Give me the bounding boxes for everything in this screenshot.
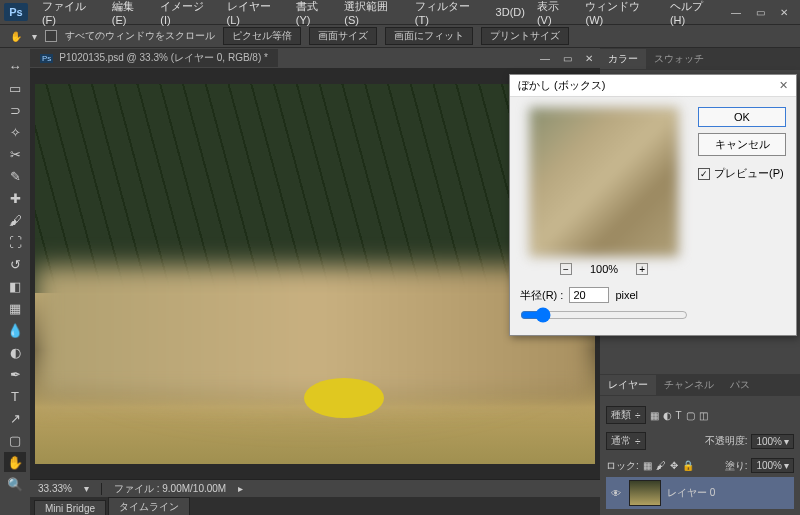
visibility-icon[interactable]: 👁 — [609, 488, 623, 499]
maximize-icon[interactable]: ▭ — [748, 4, 772, 20]
print-size-button[interactable]: プリントサイズ — [481, 27, 569, 45]
paths-tab[interactable]: パス — [722, 375, 758, 395]
status-bar: 33.33% ▾ ファイル : 9.00M/10.00M ▸ — [30, 479, 600, 497]
box-blur-dialog: ぼかし (ボックス) ✕ − 100% + 半径(R) : pixel OK キ… — [509, 74, 797, 336]
close-icon[interactable]: ✕ — [772, 4, 796, 20]
lock-paint-icon[interactable]: 🖌 — [656, 460, 666, 471]
menu-filter[interactable]: フィルター(T) — [409, 0, 490, 26]
filter-smart-icon[interactable]: ◫ — [699, 410, 708, 421]
color-tab[interactable]: カラー — [600, 49, 646, 69]
brush-tool-icon[interactable]: 🖌 — [4, 210, 26, 230]
radius-slider[interactable] — [520, 307, 688, 323]
doc-maximize-icon[interactable]: ▭ — [556, 49, 578, 67]
menu-help[interactable]: ヘルプ(H) — [664, 0, 724, 26]
doc-close-icon[interactable]: ✕ — [578, 49, 600, 67]
preview-zoom: 100% — [590, 263, 618, 275]
blur-tool-icon[interactable]: 💧 — [4, 320, 26, 340]
opacity-label: 不透明度: — [705, 434, 748, 448]
ok-button[interactable]: OK — [698, 107, 786, 127]
layer-name[interactable]: レイヤー 0 — [667, 486, 715, 500]
path-tool-icon[interactable]: ↗ — [4, 408, 26, 428]
stamp-tool-icon[interactable]: ⛶ — [4, 232, 26, 252]
layer-thumbnail[interactable] — [629, 480, 661, 506]
opacity-field[interactable]: 100% ▾ — [751, 434, 794, 449]
radius-label: 半径(R) : — [520, 288, 563, 303]
crop-tool-icon[interactable]: ✂ — [4, 144, 26, 164]
layer-filter-kind[interactable]: 種類 ÷ — [606, 406, 646, 424]
document-title: P1020135.psd @ 33.3% (レイヤー 0, RGB/8) * — [59, 51, 268, 65]
dialog-title: ぼかし (ボックス) — [518, 78, 605, 93]
layers-panel: 種類 ÷ ▦ ◐ T ▢ ◫ 通常 ÷ 不透明度: 100% ▾ ロック: ▦ … — [600, 396, 800, 515]
ps-file-icon: Ps — [40, 54, 53, 63]
fill-screen-button[interactable]: 画面にフィット — [385, 27, 473, 45]
document-tab[interactable]: Ps P1020135.psd @ 33.3% (レイヤー 0, RGB/8) … — [30, 49, 278, 67]
menu-layer[interactable]: レイヤー(L) — [221, 0, 290, 26]
dodge-tool-icon[interactable]: ◐ — [4, 342, 26, 362]
eyedropper-tool-icon[interactable]: ✎ — [4, 166, 26, 186]
menu-window[interactable]: ウィンドウ(W) — [579, 0, 663, 26]
shape-tool-icon[interactable]: ▢ — [4, 430, 26, 450]
menu-select[interactable]: 選択範囲(S) — [338, 0, 408, 26]
radius-input[interactable] — [569, 287, 609, 303]
channels-tab[interactable]: チャンネル — [656, 375, 722, 395]
app-logo: Ps — [4, 3, 28, 21]
type-tool-icon[interactable]: T — [4, 386, 26, 406]
eraser-tool-icon[interactable]: ◧ — [4, 276, 26, 296]
preview-label: プレビュー(P) — [714, 166, 784, 181]
toolbox: ↔ ▭ ⊃ ✧ ✂ ✎ ✚ 🖌 ⛶ ↺ ◧ ▦ 💧 ◐ ✒ T ↗ ▢ ✋ 🔍 — [0, 48, 30, 515]
zoom-out-icon[interactable]: − — [560, 263, 572, 275]
actual-pixels-button[interactable]: ピクセル等倍 — [223, 27, 301, 45]
lock-label: ロック: — [606, 459, 639, 473]
hand-tool-icon[interactable]: ✋ — [8, 28, 24, 44]
pen-tool-icon[interactable]: ✒ — [4, 364, 26, 384]
history-brush-icon[interactable]: ↺ — [4, 254, 26, 274]
minimize-icon[interactable]: — — [724, 4, 748, 20]
menu-file[interactable]: ファイル(F) — [36, 0, 106, 26]
filter-shape-icon[interactable]: ▢ — [686, 410, 695, 421]
doc-minimize-icon[interactable]: — — [534, 49, 556, 67]
wand-tool-icon[interactable]: ✧ — [4, 122, 26, 142]
filter-pixel-icon[interactable]: ▦ — [650, 410, 659, 421]
fit-screen-button[interactable]: 画面サイズ — [309, 27, 377, 45]
zoom-in-icon[interactable]: + — [636, 263, 648, 275]
options-bar: ✋ ▾ すべてのウィンドウをスクロール ピクセル等倍 画面サイズ 画面にフィット… — [0, 24, 800, 48]
filter-type-icon[interactable]: T — [676, 410, 682, 421]
cancel-button[interactable]: キャンセル — [698, 133, 786, 156]
lock-all-icon[interactable]: 🔒 — [682, 460, 694, 471]
move-tool-icon[interactable]: ↔ — [4, 56, 26, 76]
menu-type[interactable]: 書式(Y) — [290, 0, 339, 26]
filter-preview[interactable] — [529, 107, 679, 257]
lock-position-icon[interactable]: ✥ — [670, 460, 678, 471]
timeline-tab[interactable]: タイムライン — [108, 497, 190, 515]
menu-image[interactable]: イメージ(I) — [154, 0, 220, 26]
lock-transparency-icon[interactable]: ▦ — [643, 460, 652, 471]
marquee-tool-icon[interactable]: ▭ — [4, 78, 26, 98]
zoom-tool-icon[interactable]: 🔍 — [4, 474, 26, 494]
file-size: ファイル : 9.00M/10.00M — [114, 482, 226, 496]
zoom-level[interactable]: 33.33% — [38, 483, 72, 494]
scroll-all-checkbox[interactable] — [45, 30, 57, 42]
menu-bar: Ps ファイル(F) 編集(E) イメージ(I) レイヤー(L) 書式(Y) 選… — [0, 0, 800, 24]
radius-unit: pixel — [615, 289, 638, 301]
dialog-close-icon[interactable]: ✕ — [779, 79, 788, 92]
preview-checkbox[interactable]: ✓ — [698, 168, 710, 180]
fill-field[interactable]: 100% ▾ — [751, 458, 794, 473]
menu-edit[interactable]: 編集(E) — [106, 0, 155, 26]
hand-tool-icon[interactable]: ✋ — [4, 452, 26, 472]
blend-mode-select[interactable]: 通常 ÷ — [606, 432, 646, 450]
healing-tool-icon[interactable]: ✚ — [4, 188, 26, 208]
layers-tab[interactable]: レイヤー — [600, 375, 656, 395]
menu-view[interactable]: 表示(V) — [531, 0, 580, 26]
scroll-all-label: すべてのウィンドウをスクロール — [65, 29, 215, 43]
menu-3d[interactable]: 3D(D) — [490, 6, 531, 18]
fill-label: 塗り: — [725, 459, 748, 473]
gradient-tool-icon[interactable]: ▦ — [4, 298, 26, 318]
mini-bridge-tab[interactable]: Mini Bridge — [34, 500, 106, 515]
swatches-tab[interactable]: スウォッチ — [646, 49, 712, 69]
layer-row[interactable]: 👁 レイヤー 0 — [606, 477, 794, 509]
lasso-tool-icon[interactable]: ⊃ — [4, 100, 26, 120]
filter-adjust-icon[interactable]: ◐ — [663, 410, 672, 421]
